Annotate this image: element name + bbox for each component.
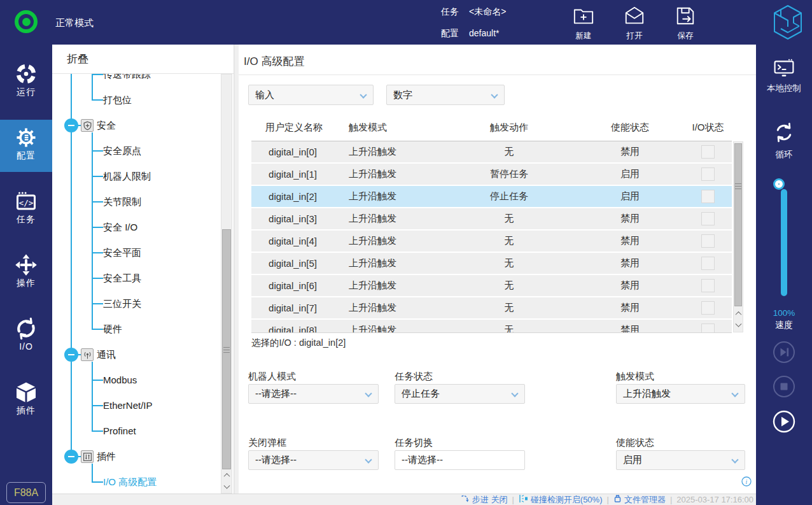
io-state-checkbox[interactable] bbox=[701, 301, 715, 315]
device-id-badge[interactable]: F88A bbox=[6, 482, 46, 503]
tree-item-插件[interactable]: 插件 bbox=[97, 449, 116, 464]
io-state-checkbox[interactable] bbox=[701, 324, 715, 333]
tree-item-三位开关[interactable]: 三位开关 bbox=[103, 296, 141, 311]
table-scrollbar-thumb[interactable] bbox=[734, 143, 742, 306]
io-state-checkbox[interactable] bbox=[701, 167, 715, 181]
collapse-node-button[interactable] bbox=[64, 450, 78, 464]
tree-connector-line bbox=[92, 362, 93, 431]
speed-slider-track[interactable] bbox=[781, 189, 787, 296]
top-bar: 正常模式 任务<未命名> 配置default* 新建 打开 保存 bbox=[0, 0, 812, 45]
task-label: 任务 bbox=[441, 6, 459, 17]
io-cycle-icon bbox=[0, 317, 52, 341]
table-row[interactable]: digital_in[5]上升沿触发无禁用 bbox=[251, 253, 732, 275]
tree-item-打包位[interactable]: 打包位 bbox=[103, 92, 132, 108]
loop-button[interactable]: 循环 bbox=[756, 121, 812, 160]
tree-connector-line bbox=[92, 150, 103, 152]
sidebar-item-code-window[interactable]: </>任务 bbox=[0, 183, 52, 236]
collapse-node-button[interactable] bbox=[64, 348, 78, 362]
play-button[interactable] bbox=[773, 410, 795, 433]
io-state-cell bbox=[684, 324, 732, 333]
collision-icon bbox=[519, 494, 528, 505]
enable-state-cell: 禁用 bbox=[576, 280, 684, 292]
enable-state-cell: 禁用 bbox=[576, 324, 684, 333]
tree-item-Modbus[interactable]: Modbus bbox=[103, 373, 137, 388]
file-manager-button[interactable]: 文件管理器 bbox=[613, 494, 666, 505]
tree-scroll-up-button[interactable] bbox=[221, 469, 232, 481]
tree-item-EtherNet/IP[interactable]: EtherNet/IP bbox=[103, 398, 153, 413]
tree-item-机器人限制[interactable]: 机器人限制 bbox=[103, 169, 151, 184]
sidebar-item-run-target[interactable]: 运行 bbox=[0, 56, 52, 108]
tree-connector-line bbox=[92, 405, 103, 406]
sidebar-item-cube[interactable]: 插件 bbox=[0, 374, 52, 427]
sidebar-item-gear[interactable]: 配置 bbox=[0, 120, 52, 172]
io-type-select[interactable]: 数字 bbox=[386, 85, 505, 105]
trigger-action-cell: 无 bbox=[442, 280, 576, 292]
step-mode-button[interactable]: 步进 关闭 bbox=[461, 494, 508, 505]
table-scroll-up-button[interactable] bbox=[734, 308, 743, 320]
io-name-cell: digital_in[1] bbox=[251, 169, 334, 180]
io-name-cell: digital_in[2] bbox=[251, 191, 334, 202]
table-row[interactable]: digital_in[4]上升沿触发无禁用 bbox=[251, 231, 732, 253]
sidebar-item-io-cycle[interactable]: I/O bbox=[0, 311, 52, 363]
robot-mode-select[interactable]: --请选择-- bbox=[248, 384, 379, 404]
io-state-checkbox[interactable] bbox=[701, 190, 715, 203]
trigger-mode-cell: 上升沿触发 bbox=[334, 168, 442, 180]
tree-item-安全原点[interactable]: 安全原点 bbox=[103, 143, 141, 159]
io-state-checkbox[interactable] bbox=[701, 234, 715, 248]
open-button[interactable]: 打开 bbox=[613, 5, 655, 41]
table-row[interactable]: digital_in[8]上升沿触发无禁用 bbox=[251, 320, 732, 333]
local-control-button[interactable]: 本地控制 bbox=[756, 59, 812, 94]
io-name-cell: digital_in[8] bbox=[251, 325, 334, 333]
column-header: 触发动作 bbox=[442, 122, 576, 134]
task-state-select[interactable]: 停止任务 bbox=[395, 384, 525, 404]
tree-item-安全工具[interactable]: 安全工具 bbox=[103, 271, 141, 286]
table-scrollbar[interactable] bbox=[733, 141, 743, 332]
tree-item-安全平面[interactable]: 安全平面 bbox=[103, 245, 141, 260]
new-button[interactable]: 新建 bbox=[563, 5, 605, 41]
stop-button[interactable] bbox=[773, 375, 795, 398]
tree-item-安全[interactable]: 安全 bbox=[97, 118, 116, 133]
table-row[interactable]: digital_in[0]上升沿触发无禁用 bbox=[251, 141, 732, 164]
table-row[interactable]: digital_in[3]上升沿触发无禁用 bbox=[251, 208, 732, 231]
collapse-node-button[interactable] bbox=[64, 118, 78, 132]
save-button[interactable]: 保存 bbox=[664, 5, 706, 41]
trigger-mode-cell: 上升沿触发 bbox=[334, 190, 442, 203]
tree-connector-line bbox=[92, 132, 93, 329]
info-icon[interactable]: i bbox=[741, 476, 752, 489]
task-switch-select[interactable]: --请选择-- bbox=[395, 450, 525, 470]
enable-state-select[interactable]: 启用 bbox=[616, 450, 745, 470]
io-state-checkbox[interactable] bbox=[701, 145, 715, 159]
io-state-checkbox[interactable] bbox=[701, 212, 715, 225]
collapse-tree-button[interactable]: 折叠 bbox=[52, 45, 234, 74]
tree-item-通讯[interactable]: 通讯 bbox=[97, 347, 116, 362]
tree-scrollbar-thumb[interactable] bbox=[222, 229, 231, 469]
table-scroll-down-button[interactable] bbox=[734, 320, 743, 332]
trigger-mode-cell: 上升沿触发 bbox=[334, 257, 442, 269]
sidebar-item-move-arrows[interactable]: 操作 bbox=[0, 247, 52, 299]
tree-scrollbar[interactable] bbox=[221, 74, 232, 494]
collision-detection-button[interactable]: 碰撞检测开启(50%) bbox=[519, 494, 603, 505]
tree-scroll-down-button[interactable] bbox=[221, 481, 232, 494]
tree-item-Profinet[interactable]: Profinet bbox=[103, 423, 136, 439]
speed-slider-handle[interactable] bbox=[775, 180, 783, 188]
table-row[interactable]: digital_in[7]上升沿触发无禁用 bbox=[251, 297, 732, 320]
io-state-checkbox[interactable] bbox=[701, 257, 715, 270]
antenna-icon bbox=[81, 348, 94, 361]
io-state-checkbox[interactable] bbox=[701, 279, 715, 292]
status-bar: 步进 关闭 | 碰撞检测开启(50%) | 文件管理器 | 2025-03-17… bbox=[52, 494, 756, 505]
tree-item-传送带跟踪[interactable]: 传送带跟踪 bbox=[103, 74, 151, 82]
tree-item-安全 I/O[interactable]: 安全 I/O bbox=[103, 220, 137, 235]
chevron-down-icon bbox=[491, 91, 498, 98]
trigger-mode-select[interactable]: 上升沿触发 bbox=[616, 384, 745, 404]
io-direction-select[interactable]: 输入 bbox=[248, 85, 374, 105]
move-arrows-icon bbox=[0, 253, 52, 277]
tree-item-I/O 高级配置[interactable]: I/O 高级配置 bbox=[103, 474, 157, 490]
skip-button[interactable] bbox=[773, 341, 795, 364]
table-row[interactable]: digital_in[6]上升沿触发无禁用 bbox=[251, 275, 732, 297]
table-row[interactable]: digital_in[1]上升沿触发暂停任务启用 bbox=[251, 164, 732, 186]
tree-item-关节限制[interactable]: 关节限制 bbox=[103, 194, 141, 210]
tree-item-硬件[interactable]: 硬件 bbox=[103, 322, 122, 337]
mode-label: 正常模式 bbox=[55, 17, 94, 29]
table-row[interactable]: digital_in[2]上升沿触发停止任务启用 bbox=[251, 186, 732, 208]
close-popup-select[interactable]: --请选择-- bbox=[248, 450, 379, 470]
